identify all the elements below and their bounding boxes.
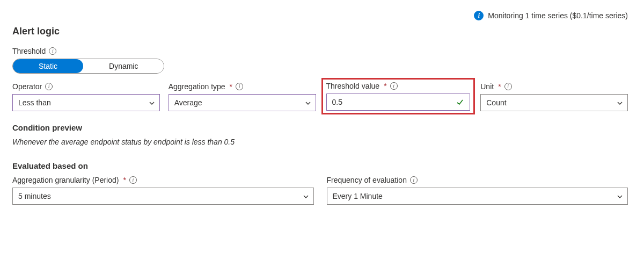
operator-select[interactable]: Less than [12,94,160,111]
aggregation-type-field: Aggregation type * i Average [169,82,316,111]
info-icon[interactable]: i [49,47,56,55]
aggregation-type-value: Average [174,98,202,107]
unit-select[interactable]: Count [480,94,628,111]
evaluated-title: Evaluated based on [12,161,628,170]
threshold-value-text: 0.5 [332,98,342,106]
threshold-value-label: Threshold value [326,82,380,90]
operator-field: Operator i Less than [12,82,160,111]
aggregation-type-label: Aggregation type [169,82,225,91]
monitoring-info-bar: i Monitoring 1 time series ($0.1/time se… [12,11,628,20]
condition-preview-title: Condition preview [12,123,628,132]
unit-field: Unit * i Count [480,82,628,111]
threshold-value-input[interactable]: 0.5 [326,94,471,111]
info-icon[interactable]: i [45,83,53,90]
granularity-select[interactable]: 5 minutes [12,188,314,205]
required-asterisk: * [498,82,501,91]
required-asterisk: * [384,82,386,90]
threshold-label-row: Threshold i [12,47,628,55]
chevron-down-icon [617,99,623,106]
frequency-value: Every 1 Minute [333,192,383,200]
info-icon[interactable]: i [236,83,243,90]
operator-label: Operator [12,82,42,91]
monitoring-info-text: Monitoring 1 time series ($0.1/time seri… [488,11,628,20]
highlight-box: Threshold value * i 0.5 [321,78,475,114]
section-title-alert-logic: Alert logic [12,26,628,37]
info-icon[interactable]: i [410,176,418,184]
threshold-segmented[interactable]: Static Dynamic [12,59,164,74]
unit-value: Count [486,98,506,107]
info-icon[interactable]: i [504,83,512,90]
threshold-dynamic-button[interactable]: Dynamic [83,59,164,73]
threshold-value-field-wrap: Threshold value * i 0.5 [325,81,472,111]
operator-value: Less than [18,98,51,107]
required-asterisk: * [123,176,126,184]
chevron-down-icon [149,99,155,106]
aggregation-type-select[interactable]: Average [169,94,316,111]
required-asterisk: * [230,82,232,91]
chevron-down-icon [305,99,311,106]
granularity-label: Aggregation granularity (Period) [12,176,119,184]
frequency-label: Frequency of evaluation [327,176,407,184]
granularity-value: 5 minutes [18,192,51,200]
info-icon[interactable]: i [390,82,398,90]
granularity-field: Aggregation granularity (Period) * i 5 m… [12,176,314,205]
condition-preview-text: Whenever the average endpoint status by … [12,138,628,146]
info-icon: i [474,11,484,20]
chevron-down-icon [617,193,623,199]
info-icon[interactable]: i [129,176,137,184]
frequency-select[interactable]: Every 1 Minute [327,188,628,205]
check-icon [456,98,464,106]
chevron-down-icon [303,193,309,199]
frequency-field: Frequency of evaluation i Every 1 Minute [327,176,628,205]
unit-label: Unit [480,82,494,91]
threshold-static-button[interactable]: Static [13,59,83,73]
threshold-label: Threshold [12,47,46,55]
